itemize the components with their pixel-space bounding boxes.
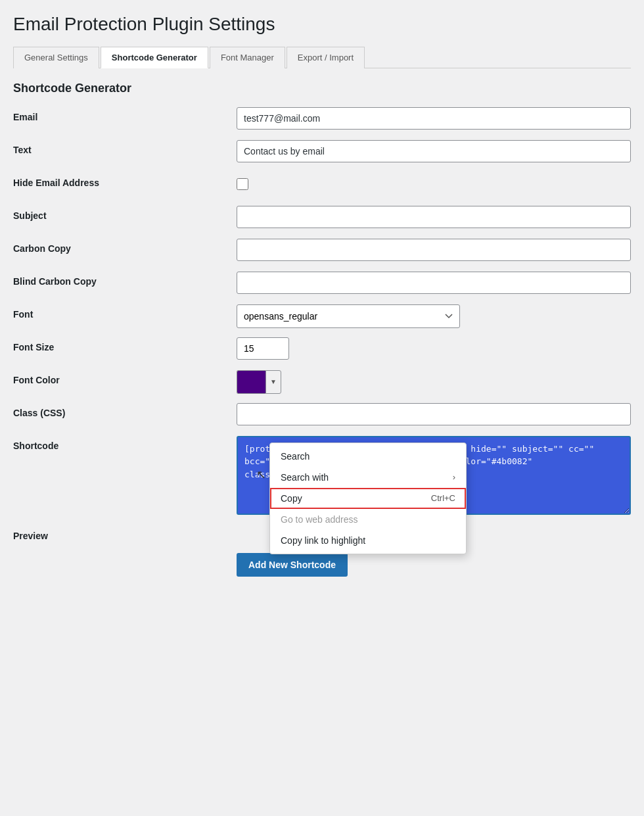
- cc-row: Carbon Copy: [13, 239, 631, 262]
- tab-shortcode[interactable]: Shortcode Generator: [101, 47, 208, 68]
- class-css-field-wrapper: [237, 403, 631, 425]
- email-row: Email: [13, 107, 631, 131]
- cc-field-wrapper: [237, 239, 631, 261]
- font-select-wrapper: opensans_regular opensans_bold roboto_re…: [237, 304, 631, 328]
- section-title: Shortcode Generator: [13, 82, 631, 95]
- context-menu-copy-link-label: Copy link to highlight: [281, 535, 365, 546]
- tab-general[interactable]: General Settings: [13, 47, 99, 68]
- context-menu: Search Search with › Copy Ctrl+C Go to w…: [269, 443, 467, 554]
- add-shortcode-row: Add New Shortcode: [13, 550, 631, 577]
- tabs-bar: General Settings Shortcode Generator Fon…: [13, 46, 631, 68]
- add-shortcode-spacer: [13, 550, 237, 555]
- context-menu-go-to-web: Go to web address: [270, 509, 466, 530]
- bcc-row: Blind Carbon Copy: [13, 272, 631, 295]
- shortcode-generator-section: Shortcode Generator Email Text Hide Emai…: [13, 82, 631, 577]
- hide-email-row: Hide Email Address: [13, 173, 631, 197]
- bcc-field-wrapper: [237, 272, 631, 294]
- context-menu-go-to-web-label: Go to web address: [281, 514, 358, 525]
- bcc-input[interactable]: [237, 272, 631, 294]
- text-row: Text: [13, 140, 631, 164]
- font-row: Font opensans_regular opensans_bold robo…: [13, 304, 631, 328]
- context-menu-search[interactable]: Search: [270, 446, 466, 467]
- font-color-label: Font Color: [13, 370, 237, 385]
- context-menu-search-with[interactable]: Search with ›: [270, 467, 466, 488]
- shortcode-field-wrapper: [protected-email text="Contact us by ema…: [237, 436, 631, 517]
- subject-input[interactable]: [237, 206, 631, 228]
- context-menu-search-label: Search: [281, 451, 310, 462]
- hide-email-checkbox[interactable]: [237, 178, 248, 190]
- cc-input[interactable]: [237, 239, 631, 261]
- font-size-input[interactable]: [237, 337, 289, 360]
- class-css-input[interactable]: [237, 403, 631, 425]
- search-with-arrow-icon: ›: [453, 472, 455, 482]
- font-color-row: Font Color ▼: [13, 370, 631, 394]
- context-menu-copy-label: Copy: [281, 493, 302, 504]
- class-css-row: Class (CSS): [13, 403, 631, 427]
- font-color-wrapper: ▼: [237, 370, 631, 394]
- hide-email-checkbox-wrapper: [237, 173, 631, 192]
- add-shortcode-button[interactable]: Add New Shortcode: [237, 553, 348, 577]
- shortcode-row: Shortcode [protected-email text="Contact…: [13, 436, 631, 517]
- cc-label: Carbon Copy: [13, 239, 237, 254]
- email-input[interactable]: [237, 107, 631, 130]
- tab-font[interactable]: Font Manager: [210, 47, 285, 68]
- font-size-label: Font Size: [13, 337, 237, 352]
- context-menu-copy-shortcut: Ctrl+C: [431, 493, 455, 503]
- subject-field-wrapper: [237, 206, 631, 228]
- context-menu-copy[interactable]: Copy Ctrl+C: [270, 488, 466, 509]
- class-css-label: Class (CSS): [13, 403, 237, 418]
- font-size-field-wrapper: [237, 337, 631, 360]
- color-swatch[interactable]: [237, 370, 265, 394]
- email-field-wrapper: [237, 107, 631, 130]
- text-field-wrapper: [237, 140, 631, 162]
- context-menu-copy-link[interactable]: Copy link to highlight: [270, 530, 466, 551]
- text-label: Text: [13, 140, 237, 155]
- shortcode-label: Shortcode: [13, 436, 237, 451]
- color-dropdown-button[interactable]: ▼: [265, 370, 281, 394]
- context-menu-search-with-label: Search with: [281, 472, 329, 483]
- preview-label: Preview: [13, 526, 237, 541]
- add-shortcode-btn-wrapper: Add New Shortcode: [237, 550, 631, 577]
- font-select[interactable]: opensans_regular opensans_bold roboto_re…: [237, 304, 460, 328]
- bcc-label: Blind Carbon Copy: [13, 272, 237, 287]
- email-label: Email: [13, 107, 237, 122]
- tab-export[interactable]: Export / Import: [287, 47, 365, 68]
- text-input[interactable]: [237, 140, 631, 162]
- font-size-row: Font Size: [13, 337, 631, 361]
- subject-label: Subject: [13, 206, 237, 221]
- page-title: Email Protection Plugin Settings: [13, 13, 631, 36]
- font-label: Font: [13, 304, 237, 320]
- hide-email-label: Hide Email Address: [13, 173, 237, 188]
- color-picker: ▼: [237, 370, 631, 394]
- subject-row: Subject: [13, 206, 631, 229]
